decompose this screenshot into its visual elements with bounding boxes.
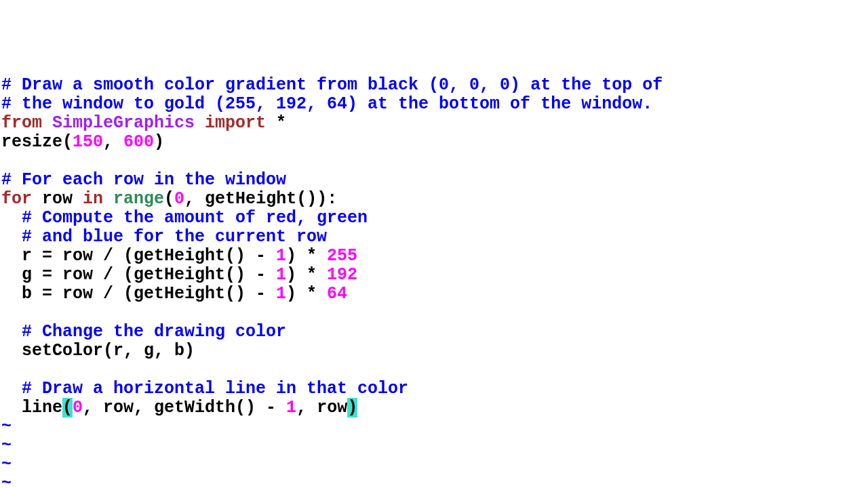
code-line: # Draw a horizontal line in that color [1,380,867,399]
keyword-import: import [205,113,266,133]
comment: # For each row in the window [1,170,286,190]
builtin-range: range [113,189,164,209]
code-line: setColor(r, g, b) [1,342,867,361]
code-line: # and blue for the current row [1,228,867,247]
code-line: # Compute the amount of red, green [1,209,867,228]
call-setcolor: setColor(r, g, b) [1,341,195,361]
comment: # the window to gold (255, 192, 64) at t… [1,94,652,114]
module-name: SimpleGraphics [52,113,195,133]
number: 255 [327,246,357,266]
code-line: r = row / (getHeight() - 1) * 255 [1,247,867,266]
code-line: for row in range(0, getHeight()): [1,190,867,209]
code-line: from SimpleGraphics import * [1,114,867,133]
code-line: line(0, row, getWidth() - 1, row) [1,399,867,418]
code-line: # For each row in the window [1,171,867,190]
call-resize: resize( [1,132,73,152]
comment: # Compute the amount of red, green [1,208,368,228]
comment: # and blue for the current row [1,227,327,247]
tilde-icon: ~ [1,436,12,455]
tilde-icon: ~ [1,474,12,488]
code-line: # the window to gold (255, 192, 64) at t… [1,95,867,114]
number: 1 [276,284,286,304]
keyword-in: in [83,189,103,209]
comment: # Change the drawing color [1,322,286,342]
number: 1 [276,246,286,266]
tilde-icon: ~ [1,455,12,474]
tilde-icon: ~ [1,417,12,436]
code-editor[interactable]: # Draw a smooth color gradient from blac… [1,76,867,488]
number: 0 [174,189,184,209]
number: 600 [123,132,154,152]
number: 1 [286,398,296,418]
blank-line [1,304,867,323]
number: 150 [73,132,103,152]
code-line: # Draw a smooth color gradient from blac… [1,76,867,95]
code-line: g = row / (getHeight() - 1) * 192 [1,266,867,285]
number: 0 [73,398,83,418]
blank-line [1,361,867,380]
empty-line: ~ [1,455,867,474]
blank-line [1,152,867,171]
number: 64 [327,284,347,304]
number: 192 [327,265,357,285]
empty-line: ~ [1,418,867,436]
bracket-match-open: ( [62,398,73,418]
code-line: resize(150, 600) [1,133,867,152]
keyword-from: from [1,113,42,133]
keyword-for: for [1,189,32,209]
comment: # Draw a smooth color gradient from blac… [1,75,663,95]
cursor-on-close-paren: ) [347,398,357,418]
code-line: b = row / (getHeight() - 1) * 64 [1,285,867,304]
number: 1 [276,265,286,285]
code-line: # Change the drawing color [1,323,867,342]
comment: # Draw a horizontal line in that color [1,379,408,399]
empty-line: ~ [1,436,867,455]
empty-line: ~ [1,474,867,488]
